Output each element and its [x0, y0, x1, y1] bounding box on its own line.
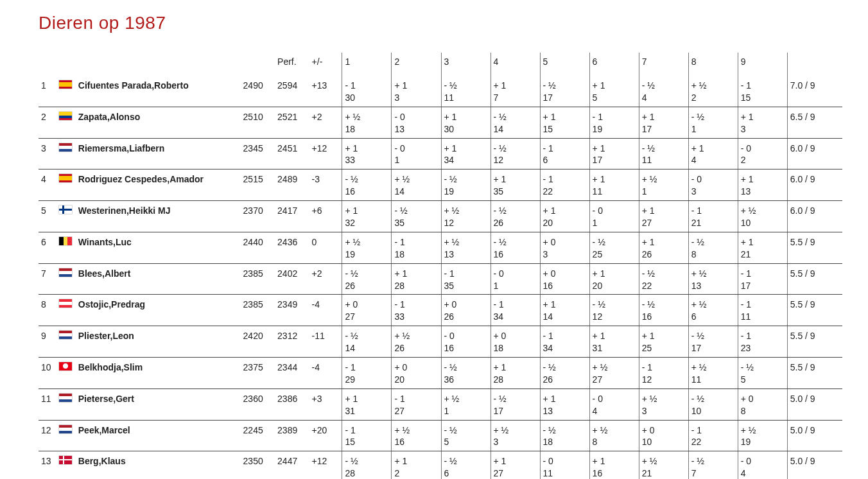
round-cell[interactable]: - ½ 17 [490, 388, 540, 420]
round-cell[interactable]: + 1 13 [738, 170, 787, 201]
round-cell[interactable]: + 1 11 [589, 170, 639, 201]
round-cell[interactable]: + 1 30 [441, 107, 490, 138]
round-cell[interactable]: + 0 3 [540, 232, 589, 263]
round-cell[interactable]: - 1 22 [688, 420, 738, 451]
round-cell[interactable]: - ½ 19 [441, 170, 490, 201]
round-cell[interactable]: - 0 1 [392, 138, 441, 170]
round-cell[interactable]: + ½ 3 [639, 388, 688, 420]
round-cell[interactable]: - ½ 16 [490, 232, 540, 263]
round-cell[interactable]: - ½ 18 [540, 420, 589, 451]
player-name[interactable]: Zapata,Alonso [76, 107, 241, 138]
player-name[interactable]: Ostojic,Predrag [76, 295, 241, 326]
round-cell[interactable]: - 1 34 [540, 326, 589, 358]
round-cell[interactable]: - 1 17 [738, 263, 787, 295]
round-cell[interactable]: - ½ 11 [441, 76, 490, 107]
round-cell[interactable]: - 1 29 [342, 358, 392, 389]
round-cell[interactable]: - 0 2 [738, 138, 787, 170]
round-cell[interactable]: - ½ 12 [589, 295, 639, 326]
round-cell[interactable]: + 0 8 [738, 388, 787, 420]
round-cell[interactable]: - 1 19 [589, 107, 639, 138]
round-cell[interactable]: - ½ 35 [392, 201, 441, 232]
round-cell[interactable]: - ½ 10 [688, 388, 738, 420]
round-cell[interactable]: - 0 4 [589, 388, 639, 420]
round-cell[interactable]: + 1 3 [392, 76, 441, 107]
round-cell[interactable]: - ½ 5 [738, 358, 787, 389]
round-cell[interactable]: - 0 11 [540, 451, 589, 479]
round-cell[interactable]: - ½ 7 [688, 451, 738, 479]
round-cell[interactable]: - 0 1 [490, 263, 540, 295]
round-cell[interactable]: - ½ 11 [639, 138, 688, 170]
round-cell[interactable]: + 1 33 [342, 138, 392, 170]
round-cell[interactable]: - 1 22 [540, 170, 589, 201]
round-cell[interactable]: - ½ 8 [688, 232, 738, 263]
round-cell[interactable]: + 1 4 [688, 138, 738, 170]
round-cell[interactable]: + ½ 8 [589, 420, 639, 451]
round-cell[interactable]: - 1 12 [639, 358, 688, 389]
round-cell[interactable]: + 1 17 [639, 107, 688, 138]
round-cell[interactable]: - 1 35 [441, 263, 490, 295]
round-cell[interactable]: + 0 20 [392, 358, 441, 389]
round-cell[interactable]: + 1 27 [490, 451, 540, 479]
round-cell[interactable]: - 1 21 [688, 201, 738, 232]
round-cell[interactable]: - 1 27 [392, 388, 441, 420]
player-name[interactable]: Peek,Marcel [76, 420, 241, 451]
round-cell[interactable]: + ½ 6 [688, 295, 738, 326]
round-cell[interactable]: + 1 27 [639, 201, 688, 232]
round-cell[interactable]: - 0 3 [688, 170, 738, 201]
round-cell[interactable]: + ½ 27 [589, 358, 639, 389]
round-cell[interactable]: + ½ 14 [392, 170, 441, 201]
round-cell[interactable]: + ½ 13 [441, 232, 490, 263]
round-cell[interactable]: - 1 15 [342, 420, 392, 451]
player-name[interactable]: Winants,Luc [76, 232, 241, 263]
round-cell[interactable]: + 1 7 [490, 76, 540, 107]
round-cell[interactable]: + ½ 18 [342, 107, 392, 138]
round-cell[interactable]: + ½ 19 [342, 232, 392, 263]
player-name[interactable]: Rodriguez Cespedes,Amador [76, 170, 241, 201]
round-cell[interactable]: + 1 20 [540, 201, 589, 232]
player-name[interactable]: Riemersma,Liafbern [76, 138, 241, 170]
round-cell[interactable]: + 1 28 [490, 358, 540, 389]
round-cell[interactable]: - ½ 5 [441, 420, 490, 451]
round-cell[interactable]: + ½ 1 [441, 388, 490, 420]
round-cell[interactable]: - ½ 28 [342, 451, 392, 479]
round-cell[interactable]: - ½ 14 [490, 107, 540, 138]
round-cell[interactable]: - 1 33 [392, 295, 441, 326]
round-cell[interactable]: - ½ 26 [342, 263, 392, 295]
round-cell[interactable]: + ½ 3 [490, 420, 540, 451]
round-cell[interactable]: - 1 34 [490, 295, 540, 326]
round-cell[interactable]: - 1 15 [738, 76, 787, 107]
round-cell[interactable]: + 1 20 [589, 263, 639, 295]
round-cell[interactable]: - ½ 1 [688, 107, 738, 138]
round-cell[interactable]: + ½ 21 [639, 451, 688, 479]
round-cell[interactable]: + ½ 26 [392, 326, 441, 358]
round-cell[interactable]: - ½ 17 [688, 326, 738, 358]
round-cell[interactable]: - 0 13 [392, 107, 441, 138]
round-cell[interactable]: + ½ 19 [738, 420, 787, 451]
round-cell[interactable]: - 0 1 [589, 201, 639, 232]
round-cell[interactable]: - 1 30 [342, 76, 392, 107]
round-cell[interactable]: + ½ 12 [441, 201, 490, 232]
round-cell[interactable]: + 1 5 [589, 76, 639, 107]
round-cell[interactable]: - 0 4 [738, 451, 787, 479]
round-cell[interactable]: + 1 31 [589, 326, 639, 358]
round-cell[interactable]: - ½ 36 [441, 358, 490, 389]
round-cell[interactable]: - ½ 14 [342, 326, 392, 358]
player-name[interactable]: Cifuentes Parada,Roberto [76, 76, 241, 107]
round-cell[interactable]: - ½ 6 [441, 451, 490, 479]
round-cell[interactable]: + ½ 11 [688, 358, 738, 389]
round-cell[interactable]: + 0 16 [540, 263, 589, 295]
round-cell[interactable]: + 1 15 [540, 107, 589, 138]
round-cell[interactable]: + 1 32 [342, 201, 392, 232]
round-cell[interactable]: + 1 21 [738, 232, 787, 263]
round-cell[interactable]: + 1 2 [392, 451, 441, 479]
round-cell[interactable]: + 1 13 [540, 388, 589, 420]
round-cell[interactable]: + 1 17 [589, 138, 639, 170]
round-cell[interactable]: + ½ 16 [392, 420, 441, 451]
player-name[interactable]: Blees,Albert [76, 263, 241, 295]
round-cell[interactable]: + 1 31 [342, 388, 392, 420]
round-cell[interactable]: + 1 16 [589, 451, 639, 479]
round-cell[interactable]: + 0 27 [342, 295, 392, 326]
player-name[interactable]: Pieterse,Gert [76, 388, 241, 420]
round-cell[interactable]: - 0 16 [441, 326, 490, 358]
player-name[interactable]: Berg,Klaus [76, 451, 241, 479]
